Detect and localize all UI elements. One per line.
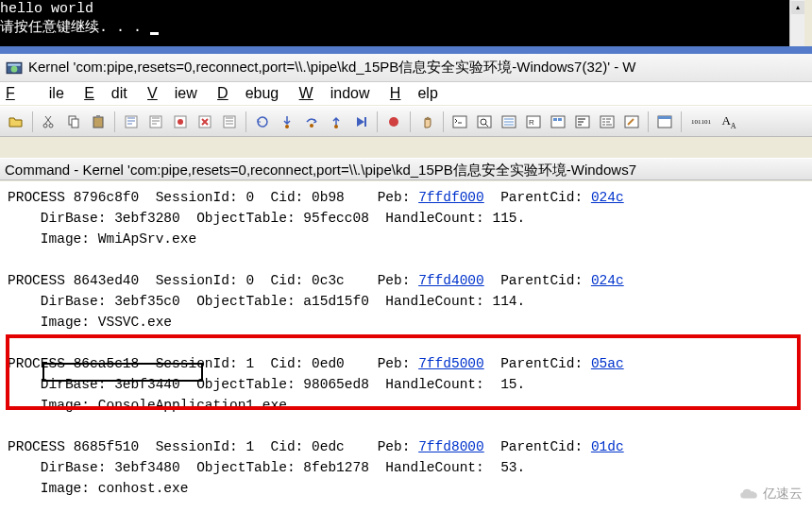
memory-window-icon[interactable] (548, 111, 568, 132)
svg-rect-28 (558, 118, 562, 121)
menu-edit[interactable]: Edit (84, 85, 127, 101)
toolbar-separator (443, 111, 444, 132)
windbg-icon (6, 60, 23, 77)
run-icon[interactable] (252, 111, 273, 132)
console-line: 请按任意键继续. . . (0, 19, 159, 38)
menu-help[interactable]: Help (390, 85, 438, 101)
toolbar: R 101101 AA (0, 106, 812, 137)
process-entry: PROCESS 8796c8f0 SessionId: 0 Cid: 0b98 … (8, 190, 624, 247)
cut-icon[interactable] (39, 111, 59, 132)
parentcid-link[interactable]: 024c (591, 273, 624, 288)
command-window-title: Command - Kernel 'com:pipe,resets=0,reco… (5, 162, 636, 178)
go-icon[interactable] (121, 111, 142, 132)
svg-rect-30 (578, 118, 585, 120)
svg-text:R: R (529, 118, 534, 127)
cursor-icon (150, 32, 159, 35)
menu-file[interactable]: File (6, 85, 64, 101)
toolbar-separator (648, 111, 649, 132)
run-to-cursor-icon[interactable] (350, 111, 371, 132)
options-icon[interactable]: AA (719, 111, 739, 132)
svg-point-16 (310, 124, 313, 128)
process-entry: PROCESS 8643ed40 SessionId: 0 Cid: 0c3c … (8, 273, 624, 330)
parentcid-link[interactable]: 024c (591, 190, 624, 205)
scroll-up-icon[interactable]: ▴ (791, 1, 804, 14)
menu-window[interactable]: Window (299, 85, 370, 101)
svg-rect-6 (72, 119, 78, 128)
svg-point-17 (334, 125, 338, 128)
svg-point-3 (43, 124, 47, 128)
step-over-icon[interactable] (301, 111, 322, 132)
open-icon[interactable] (6, 111, 26, 132)
cmd-window-icon[interactable] (449, 111, 470, 132)
console-scrollbar[interactable]: ▴ (789, 0, 804, 46)
svg-point-15 (285, 125, 289, 128)
window-titlebar[interactable]: Kernel 'com:pipe,resets=0,reconnect,port… (0, 54, 812, 82)
toolbar-separator (410, 111, 411, 132)
breakpoint-icon[interactable] (383, 111, 404, 132)
paste-icon[interactable] (88, 111, 109, 132)
toolbar-separator (32, 111, 33, 132)
svg-point-19 (389, 117, 398, 127)
process-entry: PROCESS 8685f510 SessionId: 1 Cid: 0edc … (8, 439, 624, 496)
locals-window-icon[interactable] (499, 111, 519, 132)
window-title: Kernel 'com:pipe,resets=0,reconnect,port… (28, 59, 635, 77)
peb-link[interactable]: 7ffdf000 (418, 190, 484, 205)
toolbar-separator (681, 111, 682, 132)
peb-link[interactable]: 7ffd5000 (418, 356, 484, 371)
svg-rect-31 (578, 121, 584, 123)
parentcid-link[interactable]: 05ac (591, 356, 624, 371)
svg-point-4 (49, 124, 53, 128)
svg-rect-1 (8, 63, 21, 65)
menu-view[interactable]: View (147, 85, 197, 101)
menu-debug[interactable]: Debug (217, 85, 279, 101)
svg-point-12 (178, 119, 183, 125)
process-entry: PROCESS 86ca5c18 SessionId: 1 Cid: 0ed0 … (8, 356, 624, 413)
step-into-icon[interactable] (277, 111, 297, 132)
svg-rect-20 (453, 116, 466, 128)
scratch-window-icon[interactable] (621, 111, 642, 132)
stop-icon[interactable] (195, 111, 215, 132)
svg-rect-32 (578, 124, 582, 126)
copy-icon[interactable] (63, 111, 84, 132)
svg-rect-7 (93, 117, 103, 128)
step-out-icon[interactable] (326, 111, 347, 132)
hand-icon[interactable] (416, 111, 437, 132)
peb-link[interactable]: 7ffd4000 (418, 273, 484, 288)
toolbar-separator (114, 111, 115, 132)
svg-rect-21 (478, 116, 491, 128)
callstack-window-icon[interactable] (572, 111, 593, 132)
watermark: 亿速云 (738, 486, 803, 503)
svg-rect-18 (364, 117, 366, 127)
svg-rect-36 (658, 116, 671, 119)
svg-rect-27 (553, 118, 557, 121)
command-output[interactable]: PROCESS 8796c8f0 SessionId: 0 Cid: 0b98 … (0, 181, 812, 512)
console-output: hello world 请按任意键继续. . . (0, 0, 159, 38)
parentcid-link[interactable]: 01dc (591, 439, 624, 454)
watermark-text: 亿速云 (763, 486, 803, 503)
source-window-icon[interactable] (654, 111, 675, 132)
break-icon[interactable] (145, 111, 166, 132)
svg-rect-8 (96, 115, 100, 118)
menu-bar: File Edit View Debug Window Help (0, 82, 812, 105)
doc-icon[interactable] (219, 111, 240, 132)
svg-point-2 (11, 65, 18, 72)
peb-link[interactable]: 7ffd8000 (418, 439, 484, 454)
svg-rect-26 (551, 116, 565, 128)
restart-icon[interactable] (170, 111, 191, 132)
toolbar-separator (245, 111, 246, 132)
toolbar-separator (377, 111, 378, 132)
watch-window-icon[interactable] (474, 111, 495, 132)
desktop-background (0, 46, 812, 54)
font-icon[interactable]: 101101 (687, 111, 715, 132)
cloud-icon (738, 487, 759, 501)
console-line: hello world (0, 0, 159, 19)
command-window-titlebar[interactable]: Command - Kernel 'com:pipe,resets=0,reco… (0, 158, 812, 180)
registers-window-icon[interactable]: R (523, 111, 544, 132)
disasm-window-icon[interactable] (597, 111, 617, 132)
